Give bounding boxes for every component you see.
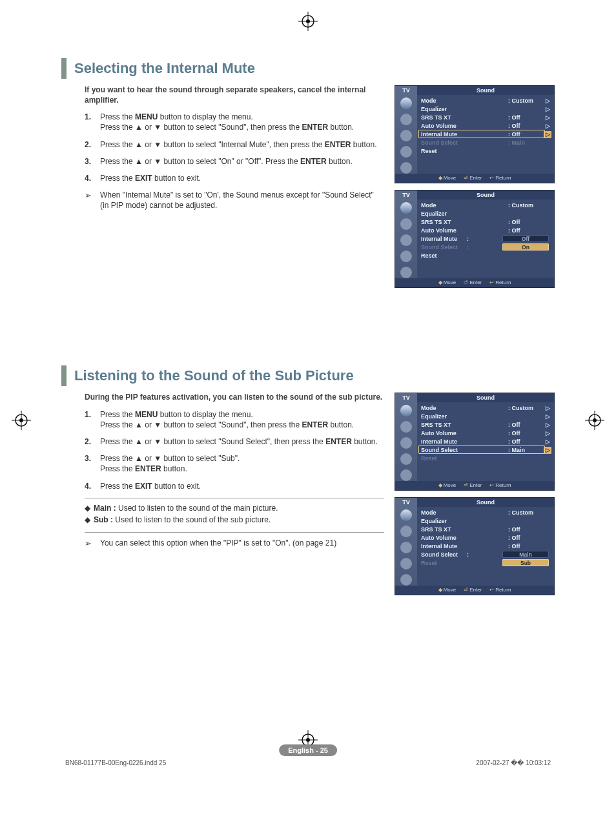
osd-icon [400,453,412,465]
svg-point-15 [593,418,597,422]
note-marker-icon: ➢ [85,190,100,210]
osd-icon [400,558,412,569]
osd-tv-badge: TV [395,498,417,507]
section1-note: ➢ When "Internal Mute" is set to "On', t… [85,190,384,210]
osd-tv-badge: TV [395,190,417,200]
osd-icon [400,405,412,416]
osd-footer: ◆Move ⏎Enter ↩Return [395,586,554,595]
note-marker-icon: ➢ [85,538,100,549]
osd-icon [400,234,412,246]
cropmark-right-icon [585,411,604,430]
osd-row-internal-mute: Internal Mute: Off [417,542,554,550]
osd-row-sound-select: Sound Select: Main [417,138,554,147]
osd-row-mode: Mode: Custom [417,201,554,209]
osd-row-srs: SRS TS XT: Off [417,525,554,533]
osd-row-sound-select: Sound Select: Main▷ [417,446,554,454]
header-bar-icon [61,365,67,386]
osd-row-auto-volume: Auto Volume: Off [417,226,554,234]
def-main: ◆ Main : Used to listen to the sound of … [85,502,384,514]
page-number-badge: English - 25 [279,744,337,756]
step-4: 4. Press the EXIT button to exit. [85,173,384,183]
osd-sound-menu-2: TV Sound Mode: Custom Eq [395,190,555,288]
osd-icon [400,526,412,537]
step-1: 1. Press the MENU button to display the … [85,409,384,430]
step-3: 3. Press the ▲ or ▼ button to select "Su… [85,453,384,474]
def-sub: ◆ Sub : Used to listen to the sound of t… [85,514,384,526]
header-bar-icon [61,58,67,79]
osd-icon [400,218,412,230]
osd-icon [400,202,412,214]
osd-icon [400,437,412,449]
osd-row-srs: SRS TS XT: Off [417,218,554,226]
section-title-2: Listening to the Sound of the Sub Pictur… [74,367,354,384]
osd-row-auto-volume: Auto Volume: Off▷ [417,429,554,437]
osd-icon-column [395,402,417,481]
osd-row-auto-volume: Auto Volume: Off▷ [417,121,554,130]
osd-row-reset: Reset [417,147,554,155]
section-header-1: Selecting the Internal Mute [61,58,555,79]
osd-row-reset: Reset [417,251,554,260]
osd-sound-menu-4: TV Sound Mode: Custom Eq [395,497,555,595]
osd-sound-menu-3: TV Sound Mode: Custom▷ E [395,393,555,491]
step-4: 4. Press the EXIT button to exit. [85,481,384,491]
osd-icon [400,542,412,553]
osd-icon [400,146,412,158]
osd-icon [400,469,412,481]
osd-icon [400,574,412,586]
section1-text: If you want to hear the sound through se… [61,85,384,288]
osd-row-srs: SRS TS XT: Off▷ [417,113,554,121]
print-footer: BN68-01177B-00Eng-0226.indd 25 2007-02-2… [61,759,555,766]
step-2: 2. Press the ▲ or ▼ button to select "In… [85,139,384,150]
osd-row-sound-select: Sound Select:On [417,243,554,251]
cropmark-left-icon [12,411,31,430]
osd-footer: ◆Move ⏎Enter ↩Return [395,481,554,490]
osd-footer: ◆Move ⏎Enter ↩Return [395,278,554,287]
svg-point-11 [19,418,23,422]
page-content: Selecting the Internal Mute If you want … [61,58,555,775]
svg-point-3 [306,19,310,23]
osd-row-reset: ResetSub [417,558,554,567]
step-3: 3. Press the ▲ or ▼ button to select "On… [85,156,384,167]
osd-title: Sound [417,86,554,95]
section-sub-picture-sound: Listening to the Sound of the Sub Pictur… [61,365,555,595]
section1-intro: If you want to hear the sound through se… [85,85,384,105]
osd-icon [400,130,412,141]
osd-row-equalizer: Equalizer [417,209,554,218]
section-internal-mute: Selecting the Internal Mute If you want … [61,58,555,288]
osd-icon [400,162,412,174]
section2-text: During the PIP features activation, you … [61,393,384,595]
osd-icon-column [395,507,417,586]
cropmark-top-icon [298,12,318,31]
osd-icon [400,251,412,262]
section2-note: ➢ You can select this option when the "P… [85,538,384,549]
osd-title: Sound [417,190,554,200]
section-header-2: Listening to the Sound of the Sub Pictur… [61,365,555,386]
osd-tv-badge: TV [395,393,417,402]
osd-icon [400,97,412,109]
osd-icon [400,421,412,433]
osd-icon [400,114,412,125]
osd-row-equalizer: Equalizer▷ [417,412,554,420]
divider [85,532,384,533]
footer-timestamp: 2007-02-27 �� 10:03:12 [476,759,551,766]
osd-icon-column [395,200,417,278]
section-title-1: Selecting the Internal Mute [74,60,255,77]
osd-title: Sound [417,498,554,507]
osd-footer: ◆Move ⏎Enter ↩Return [395,174,554,183]
osd-tv-badge: TV [395,86,417,95]
step-1: 1. Press the MENU button to display the … [85,112,384,132]
osd-row-mode: Mode: Custom▷ [417,404,554,412]
osd-row-reset: Reset [417,454,554,462]
osd-row-internal-mute: Internal Mute: Off▷ [417,130,554,138]
osd-row-mode: Mode: Custom▷ [417,96,554,105]
osd-row-sound-select: Sound Select:Main [417,550,554,558]
osd-row-auto-volume: Auto Volume: Off [417,533,554,542]
osd-icon [400,267,412,278]
step-2: 2. Press the ▲ or ▼ button to select "So… [85,436,384,447]
osd-row-internal-mute: Internal Mute:Off [417,234,554,243]
footer-file: BN68-01177B-00Eng-0226.indd 25 [65,759,166,766]
osd-row-equalizer: Equalizer [417,517,554,525]
osd-icon [400,509,412,521]
osd-title: Sound [417,393,554,402]
osd-row-equalizer: Equalizer▷ [417,105,554,113]
